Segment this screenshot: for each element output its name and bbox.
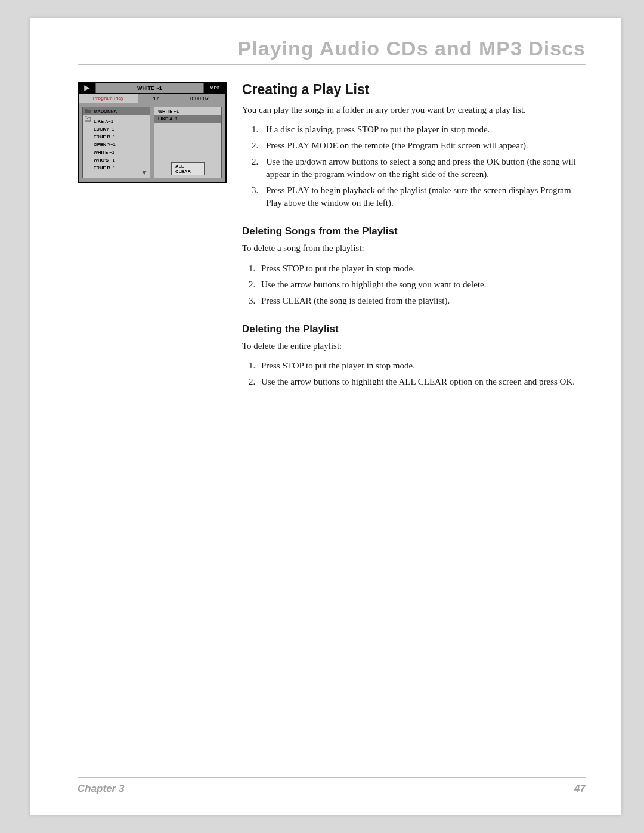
steps-delete-playlist: Press STOP to put the player in stop mod…	[242, 358, 586, 390]
folder-icon	[85, 108, 91, 114]
heading-creating-playlist: Creating a Play List	[242, 82, 586, 98]
list-item[interactable]: TRUE B~1	[83, 133, 150, 141]
two-column-layout: WHITE ~1 MP3 Program Play 17 0:00:07 MAD…	[78, 82, 586, 395]
list-item[interactable]: LUCKY~1	[83, 125, 150, 133]
mp3-badge: MP3	[204, 83, 225, 93]
list-item[interactable]: MADONNA	[83, 107, 150, 115]
osd-window: WHITE ~1 MP3 Program Play 17 0:00:07 MAD…	[78, 82, 227, 183]
page-title: Playing Audio CDs and MP3 Discs	[78, 37, 586, 65]
osd-topbar: WHITE ~1 MP3	[79, 83, 225, 94]
mp3-badge-text: MP3	[210, 85, 219, 91]
list-item-label: OPEN Y~1	[94, 142, 116, 147]
content-column: Creating a Play List You can play the so…	[242, 82, 586, 395]
svg-marker-1	[142, 171, 147, 175]
play-icon	[79, 83, 95, 93]
footer-page: 47	[574, 783, 586, 795]
footer-chapter: Chapter 3	[78, 783, 124, 795]
list-item: Press CLEAR (the song is deleted from th…	[258, 293, 586, 309]
list-item[interactable]: LIKE A~1	[83, 117, 150, 125]
list-item: Use the arrow buttons to highlight the A…	[258, 374, 586, 390]
list-item[interactable]: TRUE B~1	[83, 164, 150, 172]
list-item: 3.Press PLAY to begin playback of the pl…	[248, 182, 586, 211]
page-footer: Chapter 3 47	[78, 777, 586, 795]
osd-mode: Program Play	[79, 94, 138, 103]
list-item: Press STOP to put the player in stop mod…	[258, 261, 586, 277]
osd-left-pane: MADONNALIKE A~1LUCKY~1TRUE B~1OPEN Y~1WH…	[82, 107, 150, 178]
intro-paragraph: You can play the songs in a folder in an…	[242, 104, 586, 116]
list-item-label: TRUE B~1	[94, 134, 115, 140]
steps-delete-song: Press STOP to put the player in stop mod…	[242, 261, 586, 309]
osd-right-pane: WHITE ~1LIKE A~1ALL CLEAR	[154, 107, 222, 178]
list-item: 2.Press PLAY MODE on the remote (the Pro…	[248, 138, 586, 154]
osd-time: 0:00:07	[174, 94, 225, 103]
list-item: Use the arrow buttons to highlight the s…	[258, 277, 586, 293]
osd-statusbar: Program Play 17 0:00:07	[79, 94, 225, 103]
list-item[interactable]: WHITE ~1	[83, 148, 150, 156]
list-item: 1.If a disc is playing, press STOP to pu…	[248, 122, 586, 138]
list-item[interactable]: LIKE A~1	[154, 115, 221, 123]
heading-delete-playlist: Deleting the Playlist	[242, 323, 586, 335]
osd-snapshot: WHITE ~1 MP3 Program Play 17 0:00:07 MAD…	[78, 82, 227, 183]
page-sheet: Playing Audio CDs and MP3 Discs WHITE ~1…	[30, 18, 621, 815]
svg-marker-0	[84, 85, 90, 91]
list-item-label: WHO'S ~1	[94, 157, 115, 163]
heading-delete-songs: Deleting Songs from the Playlist	[242, 225, 586, 237]
osd-track-title: WHITE ~1	[95, 83, 204, 93]
scroll-down-icon	[141, 110, 147, 175]
delete-songs-intro: To delete a song from the playlist:	[242, 242, 586, 254]
list-item-label: LIKE A~1	[94, 119, 113, 124]
list-item[interactable]: OPEN Y~1	[83, 141, 150, 148]
list-item-label: LUCKY~1	[94, 126, 114, 132]
list-item-label: MADONNA	[94, 109, 117, 114]
steps-create: 1.If a disc is playing, press STOP to pu…	[242, 122, 586, 211]
list-item: 2.Use the up/down arrow buttons to selec…	[248, 154, 586, 182]
list-item-label: TRUE B~1	[94, 165, 115, 171]
list-item[interactable]: WHO'S ~1	[83, 156, 150, 164]
list-item: Press STOP to put the player in stop mod…	[258, 358, 586, 374]
osd-panes: MADONNALIKE A~1LUCKY~1TRUE B~1OPEN Y~1WH…	[79, 103, 225, 182]
osd-track: 17	[138, 94, 174, 103]
all-clear-button[interactable]: ALL CLEAR	[171, 162, 205, 175]
list-item[interactable]: WHITE ~1	[154, 107, 221, 115]
list-item-label: WHITE ~1	[94, 150, 114, 155]
delete-playlist-intro: To delete the entire playlist:	[242, 340, 586, 352]
